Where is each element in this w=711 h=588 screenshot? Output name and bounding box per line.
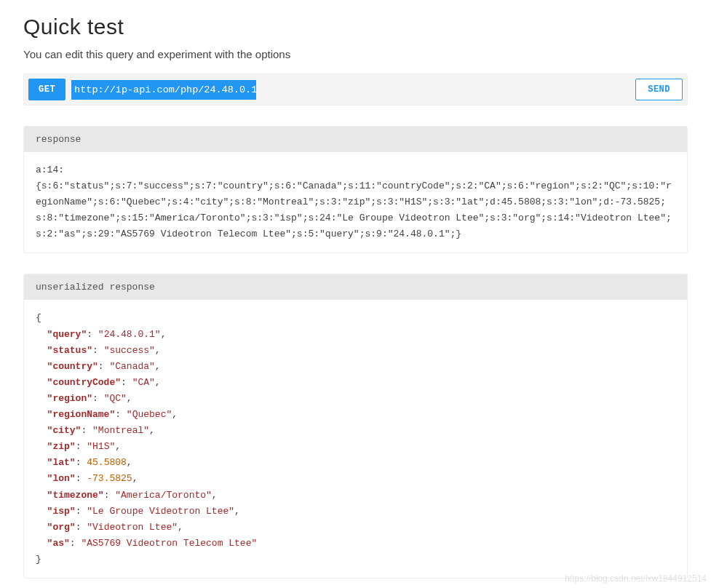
query-bar: GET SEND	[23, 74, 688, 106]
json-entry: "isp": "Le Groupe Videotron Ltee",	[36, 504, 675, 520]
unserialized-panel: unserialized response { "query": "24.48.…	[23, 274, 688, 579]
json-entry: "status": "success",	[36, 343, 675, 359]
unserialized-panel-header: unserialized response	[24, 274, 687, 300]
response-panel-header: response	[24, 127, 687, 152]
response-raw-body: a:14: {s:6:"status";s:7:"success";s:7:"c…	[24, 152, 687, 253]
http-method-button[interactable]: GET	[28, 79, 65, 100]
json-entry: "country": "Canada",	[36, 359, 675, 375]
json-entry: "region": "QC",	[36, 391, 675, 407]
json-entry: "lon": -73.5825,	[36, 471, 675, 487]
page-subtitle: You can edit this query and experiment w…	[23, 48, 688, 60]
watermark: https://blog.csdn.net/lxw1844912514	[565, 573, 707, 584]
json-entry: "lat": 45.5808,	[36, 455, 675, 471]
json-entry: "zip": "H1S",	[36, 439, 675, 455]
url-input[interactable]	[71, 80, 629, 100]
json-entry: "as": "AS5769 Videotron Telecom Ltee"	[36, 536, 675, 552]
json-entry: "regionName": "Quebec",	[36, 407, 675, 423]
page-title: Quick test	[23, 15, 688, 39]
response-panel: response a:14: {s:6:"status";s:7:"succes…	[23, 126, 688, 253]
json-entry: "timezone": "America/Toronto",	[36, 488, 675, 504]
send-button[interactable]: SEND	[635, 79, 683, 100]
json-entry: "city": "Montreal",	[36, 423, 675, 439]
json-entry: "countryCode": "CA",	[36, 375, 675, 391]
json-entry: "org": "Videotron Ltee",	[36, 520, 675, 536]
unserialized-json-body: { "query": "24.48.0.1", "status": "succe…	[24, 300, 687, 578]
json-entry: "query": "24.48.0.1",	[36, 327, 675, 343]
